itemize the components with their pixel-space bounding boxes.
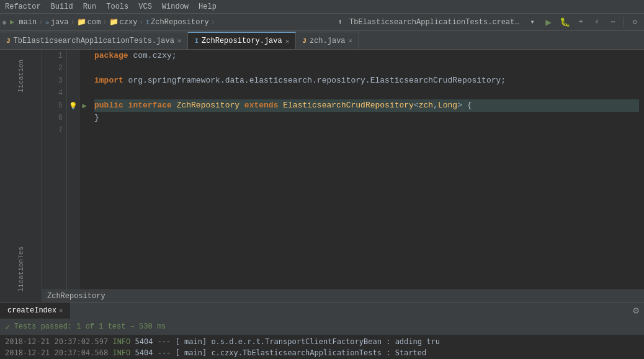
marker-4	[67, 87, 79, 99]
log-msg-1: adding tru	[395, 337, 440, 346]
pkg-name: com.czxy;	[133, 50, 176, 62]
tab-tbElasticsearch[interactable]: J TbElasticsearchApplicationTests.java ✕	[0, 32, 188, 49]
profile-button[interactable]: ⚡	[590, 16, 604, 29]
run-gutter: ▶	[79, 50, 89, 289]
debug-button[interactable]: 🐛	[558, 16, 571, 29]
closing-brace: }	[94, 112, 99, 124]
marker-6	[67, 112, 79, 124]
line-num-4: 4	[42, 87, 63, 99]
bulb-icon[interactable]: 💡	[69, 102, 78, 110]
menu-bar: Refactor Build Run Tools VCS Window Help	[0, 0, 644, 14]
footer-label: ZchRepository	[47, 292, 105, 301]
bottom-tab-createindex[interactable]: createIndex ✕	[0, 302, 70, 319]
class-Long: Long	[438, 99, 457, 112]
run-5: ▶	[79, 99, 89, 112]
editor-footer: ZchRepository	[42, 289, 644, 302]
log-date-1: 2018-12-21 20:37:02.597	[5, 337, 108, 346]
class-zch: zch	[419, 99, 433, 112]
menu-build[interactable]: Build	[46, 1, 78, 12]
breadcrumb-main[interactable]: ▶ main	[10, 17, 37, 27]
run-button[interactable]: ▶	[542, 16, 555, 29]
log-line-2: 2018-12-21 20:37:04.568 INFO 5404 --- [ …	[5, 347, 639, 358]
log-class-2: c.czxy.TbElasticsearchApplicationTests	[211, 348, 382, 357]
bottom-section: createIndex ✕ ⚙ ✓ Tests passed: 1 of 1 t…	[0, 302, 644, 359]
run-2	[79, 62, 89, 75]
run-3	[79, 75, 89, 87]
code-line-5: public interface ZchRepository extends E…	[94, 99, 639, 112]
tab-icon-3: J	[302, 37, 306, 45]
breadcrumb-com-folder[interactable]: 📁	[77, 17, 86, 27]
code-line-3: import org.springframework.data.elastics…	[94, 75, 639, 87]
more-button[interactable]: ⋯	[606, 16, 620, 29]
line-num-3: 3	[42, 75, 63, 87]
menu-vcs[interactable]: VCS	[133, 1, 157, 12]
tab-close-1[interactable]: ✕	[177, 37, 182, 45]
dropdown-icon[interactable]: ▾	[525, 16, 539, 29]
menu-tools[interactable]: Tools	[101, 1, 133, 12]
log-thread-1: main]	[184, 337, 211, 346]
log-sep-2: :	[386, 348, 395, 357]
tab-close-2[interactable]: ✕	[285, 37, 290, 45]
log-level-1: INFO	[112, 337, 130, 346]
kw-public: public	[94, 99, 128, 112]
pass-icon: ✓	[5, 322, 10, 332]
menu-run[interactable]: Run	[78, 1, 102, 12]
marker-7	[67, 124, 79, 137]
breadcrumb-java[interactable]: java	[51, 18, 69, 27]
breadcrumb-class-icon: I	[146, 19, 150, 26]
tab-icon-2: I	[194, 37, 199, 45]
bottom-tab-close[interactable]: ✕	[59, 307, 63, 314]
bottom-tab-label: createIndex	[7, 306, 56, 315]
line-num-1: 1	[42, 50, 63, 62]
marker-gutter: 💡	[67, 50, 79, 289]
scroll-up-icon[interactable]: ⬆	[333, 16, 347, 29]
bottom-settings-btn[interactable]: ⚙	[628, 304, 644, 317]
kw-import: import	[94, 75, 128, 87]
tab-zch[interactable]: J zch.java ✕	[296, 32, 359, 49]
marker-2	[67, 62, 79, 75]
run-6	[79, 112, 89, 124]
generic-open: <	[414, 99, 419, 112]
import-path: org.springframework.data.elasticsearch.r…	[128, 75, 506, 87]
settings-button[interactable]: ⚙	[628, 16, 642, 29]
breadcrumb-class[interactable]: ZchRepository	[151, 18, 209, 27]
sidebar-top-label[interactable]: lication	[16, 55, 26, 98]
menu-help[interactable]: Help	[194, 1, 221, 12]
breadcrumb-czxy-folder[interactable]: 📁	[109, 17, 119, 27]
tab-zchRepository[interactable]: I ZchRepository.java ✕	[188, 32, 296, 49]
code-line-6: }	[94, 112, 639, 124]
breadcrumb-czxy[interactable]: czxy	[120, 18, 138, 27]
kw-interface: interface	[128, 99, 177, 112]
breadcrumb-java-folder[interactable]: ☕	[45, 17, 49, 27]
coverage-button[interactable]: ☂	[574, 16, 588, 29]
marker-3	[67, 75, 79, 87]
class-ElasticCrud: ElasticsearchCrudRepository	[283, 99, 414, 112]
editor-area: 1 2 3 4 5 6 7 💡	[42, 50, 644, 302]
marker-5: 💡	[67, 99, 79, 112]
tab-bar: J TbElasticsearchApplicationTests.java ✕…	[0, 31, 644, 50]
line-num-6: 6	[42, 112, 63, 124]
breadcrumb-com[interactable]: com	[87, 18, 101, 27]
generic-close: > {	[457, 99, 472, 112]
line-num-5: 5	[42, 99, 63, 112]
log-space-2: 5404 --- [	[135, 337, 180, 346]
menu-refactor[interactable]: Refactor	[0, 1, 46, 12]
kw-extends: extends	[244, 99, 283, 112]
tab-label-2: ZchRepository.java	[202, 37, 282, 45]
bottom-tab-bar: createIndex ✕ ⚙	[0, 302, 644, 319]
log-sep-1: :	[386, 337, 395, 346]
menu-window[interactable]: Window	[157, 1, 194, 12]
log-level-2: INFO	[112, 348, 130, 357]
tab-close-3[interactable]: ✕	[349, 37, 353, 45]
run-method-label: TbElasticsearchApplicationTests.createIn…	[349, 18, 523, 27]
code-line-2	[94, 62, 639, 75]
toolbar-right: ⬆ TbElasticsearchApplicationTests.create…	[333, 16, 642, 29]
code-container: 1 2 3 4 5 6 7 💡	[42, 50, 644, 289]
run-4	[79, 87, 89, 99]
run-arrow-icon[interactable]: ▶	[82, 101, 86, 111]
code-lines[interactable]: package com.czxy; import org.springframe…	[89, 50, 644, 289]
log-thread-2: main]	[184, 348, 211, 357]
run-7	[79, 124, 89, 137]
content-area: lication licationTes 1 2 3 4 5 6 7	[0, 50, 644, 302]
sidebar-bottom-label[interactable]: licationTes	[16, 242, 26, 297]
